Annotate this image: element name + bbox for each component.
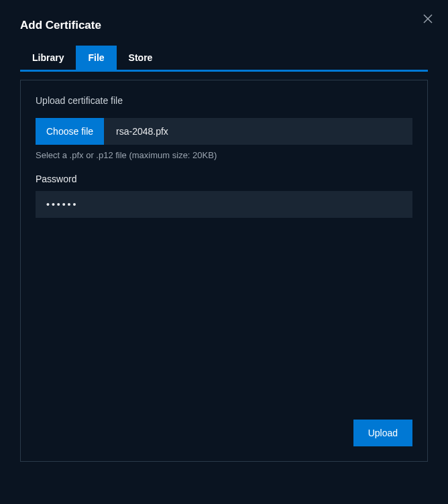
dialog-title: Add Certificate [0, 0, 448, 46]
tab-bar: Library File Store [20, 46, 428, 72]
upload-section-label: Upload certificate file [36, 95, 412, 106]
tab-file[interactable]: File [76, 46, 116, 70]
close-button[interactable] [421, 12, 435, 25]
password-input[interactable] [36, 191, 412, 218]
file-hint-text: Select a .pfx or .p12 file (maximum size… [36, 150, 412, 160]
choose-file-button[interactable]: Choose file [36, 118, 104, 145]
file-upload-panel: Upload certificate file Choose file rsa-… [20, 80, 428, 462]
tab-library[interactable]: Library [20, 46, 76, 70]
selected-file-name: rsa-2048.pfx [104, 118, 412, 145]
password-label: Password [36, 174, 412, 184]
file-selector-row: Choose file rsa-2048.pfx [36, 118, 412, 145]
add-certificate-dialog: Add Certificate Library File Store Uploa… [0, 0, 448, 504]
upload-button[interactable]: Upload [353, 420, 412, 446]
close-icon [423, 14, 433, 23]
tab-store[interactable]: Store [117, 46, 165, 70]
